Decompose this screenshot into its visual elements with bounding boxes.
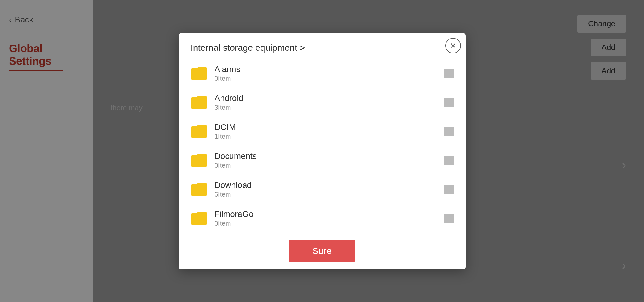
folder-icon [191, 124, 207, 139]
folder-checkbox[interactable] [444, 69, 454, 78]
folder-picker-modal: Internal storage equipment > ✕ Alarms 0I… [179, 33, 466, 269]
folder-count: 0Item [215, 220, 444, 227]
folder-name: Alarms [215, 65, 444, 74]
modal-header: Internal storage equipment > [179, 33, 466, 59]
folder-name: Documents [215, 151, 444, 161]
folder-icon [191, 211, 207, 226]
folder-count: 0Item [215, 75, 444, 82]
folder-checkbox[interactable] [444, 98, 454, 107]
folder-icon [191, 66, 207, 81]
folder-item[interactable]: Android 3Item [179, 88, 466, 117]
folder-name: Download [215, 180, 444, 190]
close-button[interactable]: ✕ [445, 38, 461, 53]
folder-item[interactable]: FilmoraGo 0Item [179, 204, 466, 233]
modal-overlay: Internal storage equipment > ✕ Alarms 0I… [0, 0, 644, 302]
folder-name: FilmoraGo [215, 209, 444, 219]
folder-icon [191, 182, 207, 197]
modal-title: Internal storage equipment > [191, 43, 305, 53]
folder-icon [191, 95, 207, 110]
folder-count: 0Item [215, 162, 444, 169]
folder-info: Download 6Item [215, 180, 444, 198]
folder-name: Android [215, 93, 444, 103]
folder-info: Documents 0Item [215, 151, 444, 169]
folder-checkbox[interactable] [444, 214, 454, 223]
folder-item[interactable]: DCIM 1Item [179, 117, 466, 146]
folder-checkbox[interactable] [444, 127, 454, 136]
folder-name: DCIM [215, 122, 444, 132]
folder-checkbox[interactable] [444, 156, 454, 165]
folder-count: 3Item [215, 104, 444, 111]
folder-info: DCIM 1Item [215, 122, 444, 140]
folder-info: FilmoraGo 0Item [215, 209, 444, 227]
folder-info: Android 3Item [215, 93, 444, 111]
folder-icon [191, 153, 207, 168]
folder-checkbox[interactable] [444, 185, 454, 194]
folder-item[interactable]: Download 6Item [179, 175, 466, 204]
folder-count: 1Item [215, 133, 444, 140]
modal-footer: Sure [179, 233, 466, 269]
folder-info: Alarms 0Item [215, 65, 444, 82]
folder-list: Alarms 0Item Android 3Item [179, 59, 466, 233]
sure-button[interactable]: Sure [289, 240, 355, 262]
folder-item[interactable]: Alarms 0Item [179, 59, 466, 88]
folder-item[interactable]: Documents 0Item [179, 146, 466, 175]
folder-count: 6Item [215, 191, 444, 198]
